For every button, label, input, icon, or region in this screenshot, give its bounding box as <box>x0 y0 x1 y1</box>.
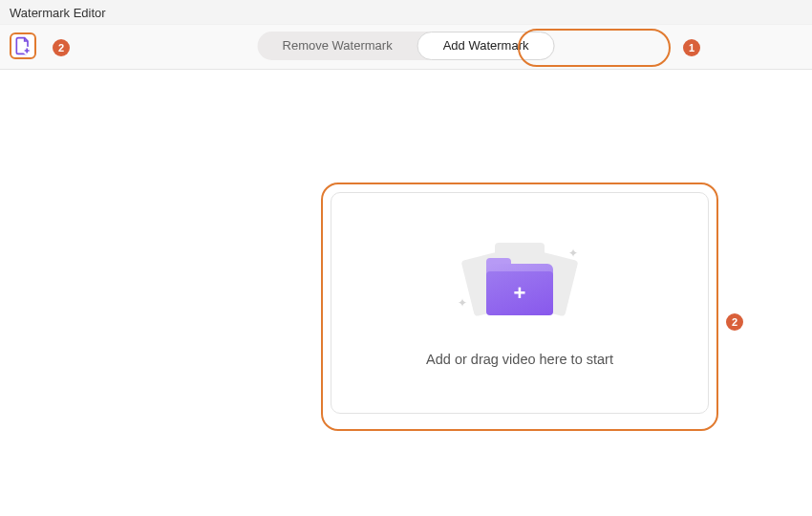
add-file-button[interactable] <box>10 32 36 59</box>
window-title: Watermark Editor <box>10 6 106 20</box>
video-dropzone[interactable]: ✦ ✦ Add or drag video here to start <box>331 192 709 414</box>
callout-badge-2b: 2 <box>726 313 743 331</box>
callout-badge-2a: 2 <box>53 39 70 56</box>
content-area: ✦ ✦ Add or drag video here to start <box>0 70 812 516</box>
tab-remove-watermark[interactable]: Remove Watermark <box>258 32 417 60</box>
watermark-mode-tabs: Remove Watermark Add Watermark <box>258 32 555 60</box>
dropzone-prompt: Add or drag video here to start <box>426 352 613 367</box>
window-title-bar: Watermark Editor <box>0 0 812 25</box>
folder-plus-icon: ✦ ✦ <box>458 239 582 327</box>
callout-badge-1: 1 <box>683 39 700 56</box>
file-plus-icon <box>13 36 32 55</box>
tab-add-watermark[interactable]: Add Watermark <box>417 32 555 60</box>
